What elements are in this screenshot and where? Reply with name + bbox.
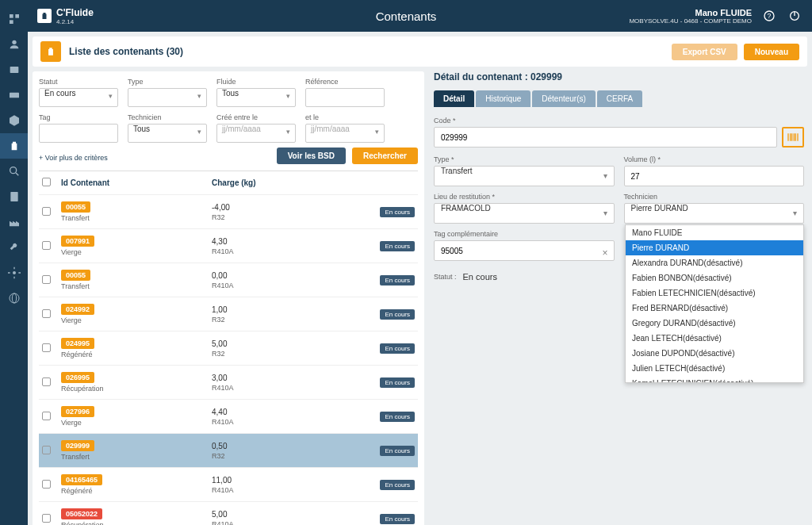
filter-reference[interactable] bbox=[305, 88, 385, 107]
row-checkbox[interactable] bbox=[42, 241, 51, 250]
dropdown-option[interactable]: Pierre DURAND bbox=[626, 240, 803, 255]
table-row[interactable]: 04165465Régénéré 11,00R410A En cours bbox=[39, 467, 418, 501]
svg-point-10 bbox=[13, 271, 16, 274]
table-row[interactable]: 00055Transfert -4,00R32 En cours bbox=[39, 194, 418, 228]
row-charge: 1,00 bbox=[212, 305, 358, 314]
svg-point-6 bbox=[13, 94, 15, 97]
row-checkbox[interactable] bbox=[42, 480, 51, 489]
table-row[interactable]: 026995Récupération 3,00R410A En cours bbox=[39, 365, 418, 399]
filter-date-to[interactable]: jj/mm/aaaa bbox=[305, 124, 385, 143]
tag-input[interactable] bbox=[434, 240, 615, 261]
nav-users[interactable] bbox=[0, 32, 28, 57]
dropdown-option[interactable]: Josiane DUPOND(désactivé) bbox=[626, 346, 803, 361]
table-row[interactable]: 024995Régénéré 5,00R32 En cours bbox=[39, 331, 418, 365]
code-label: Code * bbox=[434, 117, 804, 125]
list-panel: StatutEn cours Type FluideTous Référence… bbox=[33, 71, 424, 525]
container-icon bbox=[40, 41, 61, 62]
row-checkbox[interactable] bbox=[42, 514, 51, 523]
filter-tag[interactable] bbox=[39, 124, 118, 143]
dropdown-option[interactable]: Fabien LETECHNICIEN(désactivé) bbox=[626, 285, 803, 301]
row-checkbox[interactable] bbox=[42, 377, 51, 386]
row-fluid: R32 bbox=[212, 213, 358, 221]
page-title: Contenants bbox=[376, 10, 437, 23]
id-badge: 027996 bbox=[61, 406, 94, 417]
nav-containers[interactable] bbox=[0, 133, 28, 159]
row-type: Transfert bbox=[61, 214, 212, 222]
id-badge: 007991 bbox=[61, 236, 94, 247]
barcode-icon[interactable] bbox=[782, 127, 804, 148]
id-badge: 029999 bbox=[61, 440, 94, 451]
power-icon[interactable] bbox=[787, 8, 802, 24]
row-fluid: R410A bbox=[212, 384, 358, 392]
nav-tools[interactable] bbox=[0, 235, 28, 260]
code-input[interactable] bbox=[434, 127, 777, 148]
table-row[interactable]: 029999Transfert 0,50R32 En cours bbox=[39, 433, 418, 467]
dropdown-option[interactable]: Alexandra DURAND(désactivé) bbox=[626, 255, 803, 270]
more-criteria-link[interactable]: + Voir plus de critères bbox=[39, 154, 108, 162]
detail-panel: Détail du contenant : 029999 Détail Hist… bbox=[431, 71, 807, 525]
nav-globe[interactable] bbox=[0, 285, 28, 311]
tab-cerfa[interactable]: CERFA bbox=[597, 90, 642, 107]
dropdown-option[interactable]: Kamel LETECHNICIEN(désactivé) bbox=[626, 376, 803, 383]
table-row[interactable]: 00055Transfert 0,00R410A En cours bbox=[39, 262, 418, 297]
row-type: Récupération bbox=[61, 385, 212, 393]
dropdown-option[interactable]: Julien LETECH(désactivé) bbox=[626, 361, 803, 376]
dropdown-option[interactable]: Fred BERNARD(désactivé) bbox=[626, 301, 803, 316]
row-checkbox[interactable] bbox=[42, 412, 51, 420]
tab-historique[interactable]: Historique bbox=[476, 90, 530, 107]
user-info: Mano FLUIDE MOBYSOLVE.4U - 0468 - COMPTE… bbox=[629, 8, 752, 25]
row-charge: 11,00 bbox=[212, 476, 358, 485]
volume-input[interactable] bbox=[624, 166, 805, 186]
id-badge: 00055 bbox=[61, 201, 90, 213]
row-checkbox[interactable] bbox=[42, 207, 51, 216]
nav-money[interactable] bbox=[0, 82, 28, 108]
tab-detail[interactable]: Détail bbox=[434, 90, 474, 107]
status-badge: En cours bbox=[380, 480, 415, 490]
filter-type[interactable] bbox=[128, 88, 207, 107]
row-checkbox[interactable] bbox=[42, 309, 51, 318]
nav-dashboard[interactable] bbox=[0, 6, 28, 32]
nav-box[interactable] bbox=[0, 108, 28, 133]
tab-detenteurs[interactable]: Détenteur(s) bbox=[532, 90, 596, 107]
new-button[interactable]: Nouveau bbox=[744, 44, 799, 60]
tech-select[interactable]: Pierre DURAND bbox=[624, 203, 805, 224]
filter-date-from[interactable]: jj/mm/aaaa bbox=[216, 124, 296, 143]
nav-factory[interactable] bbox=[0, 209, 28, 235]
type-select[interactable]: Transfert bbox=[434, 166, 615, 186]
nav-docs[interactable] bbox=[0, 184, 28, 209]
svg-text:?: ? bbox=[768, 12, 772, 20]
filter-technicien[interactable]: Tous bbox=[128, 124, 207, 143]
dropdown-option[interactable]: Fabien BONBON(désactivé) bbox=[626, 270, 803, 285]
dropdown-option[interactable]: Jean LETECH(désactivé) bbox=[626, 331, 803, 346]
table-row[interactable]: 007991Vierge 4,30R410A En cours bbox=[39, 228, 418, 262]
row-type: Transfert bbox=[61, 453, 212, 461]
row-checkbox[interactable] bbox=[42, 343, 51, 352]
svg-rect-1 bbox=[15, 14, 19, 18]
search-button[interactable]: Rechercher bbox=[352, 148, 418, 164]
table-row[interactable]: 05052022Récupération 5,00R410A En cours bbox=[39, 501, 418, 525]
id-badge: 04165465 bbox=[61, 474, 102, 485]
table-row[interactable]: 027996Vierge 4,40R410A En cours bbox=[39, 399, 418, 433]
filter-fluide[interactable]: Tous bbox=[216, 88, 296, 107]
lieu-select[interactable]: FRAMACOLD bbox=[434, 203, 615, 224]
svg-rect-4 bbox=[10, 67, 18, 73]
dropdown-option[interactable]: Gregory DURAND(désactivé) bbox=[626, 316, 803, 331]
export-csv-button[interactable]: Export CSV bbox=[672, 44, 737, 60]
row-checkbox[interactable] bbox=[42, 446, 51, 454]
nav-search[interactable] bbox=[0, 159, 28, 184]
select-all-checkbox[interactable] bbox=[42, 178, 51, 186]
table-row[interactable]: 024992Vierge 1,00R32 En cours bbox=[39, 297, 418, 331]
nav-equipment[interactable] bbox=[0, 57, 28, 82]
row-checkbox[interactable] bbox=[42, 275, 51, 284]
app-logo: C'Fluide 4.2.14 bbox=[37, 7, 94, 25]
filter-statut[interactable]: En cours bbox=[39, 88, 118, 107]
id-badge: 05052022 bbox=[61, 508, 102, 519]
dropdown-option[interactable]: Mano FLUIDE bbox=[626, 225, 803, 240]
topbar: C'Fluide 4.2.14 Contenants Mano FLUIDE M… bbox=[28, 0, 812, 32]
view-bsd-button[interactable]: Voir les BSD bbox=[277, 148, 346, 164]
status-badge: En cours bbox=[380, 377, 415, 388]
help-icon[interactable]: ? bbox=[761, 8, 777, 24]
clear-tag-icon[interactable]: × bbox=[602, 247, 607, 259]
nav-settings[interactable] bbox=[0, 260, 28, 285]
svg-point-12 bbox=[12, 293, 16, 303]
